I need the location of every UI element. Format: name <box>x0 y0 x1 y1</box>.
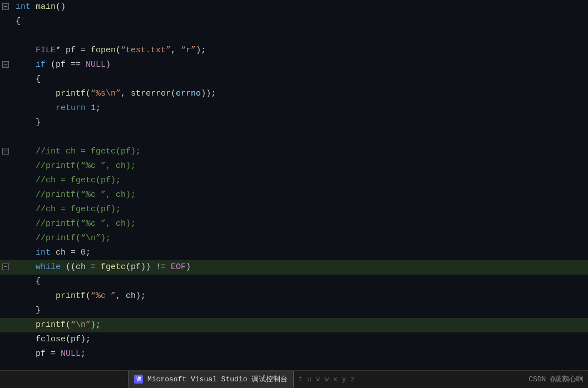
code-text: while ((ch = fgetc(pf)) != EOF) <box>11 260 588 275</box>
tooltip-popup[interactable]: 调Microsoft Visual Studio 调试控制台 <box>128 371 294 387</box>
code-line: { <box>0 72 588 87</box>
code-line: printf(“\n”); <box>0 318 588 332</box>
fold-indicator <box>0 87 11 101</box>
fold-button[interactable]: − <box>2 263 9 270</box>
token: “test.txt” <box>121 46 171 55</box>
token: fclose <box>36 335 66 344</box>
fold-indicator[interactable]: − <box>0 145 11 159</box>
token: (pf)) != <box>126 262 171 272</box>
code-text: //int ch = fgetc(pf); <box>11 145 588 159</box>
fold-indicator <box>0 173 11 188</box>
fold-button[interactable]: − <box>2 148 9 155</box>
fold-indicator <box>0 246 11 260</box>
token: strerror <box>131 89 171 98</box>
fold-button[interactable]: − <box>2 3 9 10</box>
vs-icon: 调 <box>134 375 143 384</box>
token <box>16 147 36 156</box>
token: EOF <box>171 262 186 272</box>
token: //ch = fgetc(pf); <box>36 176 121 185</box>
token: ( <box>116 46 121 55</box>
code-line <box>0 130 588 145</box>
fold-indicator[interactable]: − <box>0 260 11 275</box>
fold-indicator <box>0 289 11 304</box>
fold-indicator <box>0 188 11 202</box>
code-line: return 1; <box>0 101 588 116</box>
fold-indicator <box>0 202 11 217</box>
token <box>16 233 36 243</box>
fold-indicator <box>0 72 11 87</box>
code-text: pf = NULL; <box>11 347 588 361</box>
code-text: printf(“%c ”, ch); <box>11 289 588 304</box>
fold-indicator <box>0 14 11 29</box>
token: ; <box>96 103 101 113</box>
token: NULL <box>86 60 106 69</box>
code-text: //ch = fgetc(pf); <box>11 173 588 188</box>
fold-indicator <box>0 130 11 145</box>
fold-indicator <box>0 217 11 231</box>
token: * pf = <box>56 46 91 55</box>
token: main <box>36 2 56 12</box>
fold-indicator[interactable]: − <box>0 0 11 14</box>
code-text: FILE* pf = fopen(“test.txt”, “r”); <box>11 43 588 58</box>
csdn-watermark: CSDN @蒸鹅心啊 <box>528 370 584 388</box>
token: fopen <box>91 46 116 55</box>
token: //ch = fgetc(pf); <box>36 205 121 214</box>
token: while <box>36 262 61 272</box>
code-line: //printf(“\n”); <box>0 231 588 246</box>
code-line: //ch = fgetc(pf); <box>0 202 588 217</box>
code-line: //printf(“%c ”, ch); <box>0 217 588 231</box>
code-line: { <box>0 275 588 289</box>
code-line: − //int ch = fgetc(pf); <box>0 145 588 159</box>
token: { <box>16 17 21 26</box>
token: return <box>56 103 86 113</box>
token: ( <box>171 89 176 98</box>
code-line: { <box>0 14 588 29</box>
token: //printf(“%c ”, ch); <box>36 219 136 228</box>
code-text: return 1; <box>11 101 588 116</box>
token: int <box>16 2 36 12</box>
token: ; <box>86 248 91 257</box>
token: fgetc <box>101 262 126 272</box>
fold-indicator[interactable]: − <box>0 58 11 72</box>
token: 0 <box>81 248 86 257</box>
token: printf <box>36 320 66 330</box>
code-line: } <box>0 304 588 318</box>
token: ((ch = <box>61 262 101 272</box>
token <box>16 205 36 214</box>
code-text: //printf(“\n”); <box>11 231 588 246</box>
code-text: } <box>11 304 588 318</box>
code-line: //ch = fgetc(pf); <box>0 173 588 188</box>
token: ( <box>66 320 71 330</box>
code-text <box>11 130 588 145</box>
bottom-bar: 调Microsoft Visual Studio 调试控制台a b c d e … <box>0 370 588 388</box>
token: //int ch = fgetc(pf); <box>36 147 141 156</box>
code-text: fclose(pf); <box>11 332 588 347</box>
token: “%s\n” <box>91 89 121 98</box>
fold-indicator <box>0 332 11 347</box>
fold-indicator <box>0 304 11 318</box>
token <box>16 262 36 272</box>
fold-indicator <box>0 29 11 43</box>
token: if <box>36 60 46 69</box>
token: 1 <box>91 103 96 113</box>
code-line: fclose(pf); <box>0 332 588 347</box>
code-line: //printf(“%c ”, ch); <box>0 188 588 202</box>
token: //printf(“%c ”, ch); <box>36 161 136 171</box>
token <box>16 190 36 200</box>
fold-indicator <box>0 275 11 289</box>
token: pf = <box>16 349 61 359</box>
code-text: int main() <box>11 0 588 14</box>
fold-button[interactable]: − <box>2 61 9 68</box>
token: ); <box>91 320 101 330</box>
code-text: int ch = 0; <box>11 246 588 260</box>
code-line: //printf(“%c ”, ch); <box>0 159 588 173</box>
token: //printf(“\n”); <box>36 233 111 243</box>
token <box>16 60 36 69</box>
token: int <box>36 248 51 257</box>
code-line: printf(“%c ”, ch); <box>0 289 588 304</box>
token: { <box>16 277 41 286</box>
code-text: //printf(“%c ”, ch); <box>11 217 588 231</box>
token: errno <box>176 89 201 98</box>
token: , ch); <box>116 291 146 301</box>
code-text: { <box>11 275 588 289</box>
